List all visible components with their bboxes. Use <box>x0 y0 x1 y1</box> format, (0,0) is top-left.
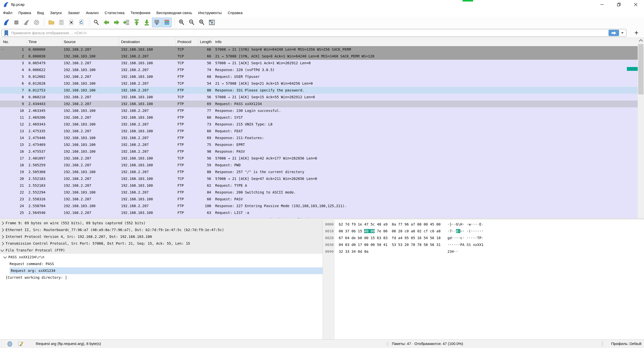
packet-row[interactable]: 60.012628192.168.103.100192.168.2.207TCP… <box>0 80 638 87</box>
chevron-right-icon[interactable] <box>1 221 4 225</box>
column-header-destination[interactable]: Destination <box>119 38 176 46</box>
packet-row[interactable]: 122.469343192.168.103.100192.168.2.207FT… <box>0 121 638 128</box>
hex-bytes[interactable]: 67 64 de b0 00 15 63 83 fd a4 95 05 16 5… <box>339 235 441 241</box>
packet-row[interactable]: 232.558316192.168.2.207192.168.103.100FT… <box>0 196 638 203</box>
display-filter-input[interactable] <box>11 30 609 35</box>
packet-row[interactable]: 40.006622192.168.103.100192.168.2.207FTP… <box>0 67 638 73</box>
column-header-time[interactable]: Time <box>26 38 62 46</box>
packet-row[interactable]: 112.469206192.168.2.207192.168.103.100FT… <box>0 114 638 121</box>
restore-button[interactable] <box>610 0 627 9</box>
packet-row[interactable]: 172.481097192.168.2.207192.168.103.100TC… <box>0 155 638 162</box>
hex-bytes[interactable]: b2 7d f9 1e 47 5c 48 a9 8a 77 96 a7 08 0… <box>339 221 441 228</box>
chevron-down-icon[interactable] <box>3 255 7 258</box>
detail-row[interactable]: Request arg: xxXX1234 <box>0 267 323 274</box>
hex-ascii[interactable]: ·7··@·~· ·(······ <box>447 228 483 235</box>
column-header-info[interactable]: Info <box>213 38 638 46</box>
packet-row[interactable]: 162.475537192.168.103.100192.168.2.207FT… <box>0 148 638 155</box>
close-button[interactable] <box>627 0 644 9</box>
column-header-source[interactable]: Source <box>62 38 119 46</box>
hex-ascii[interactable]: gd····c· ·····TP· <box>447 235 483 241</box>
status-profile[interactable]: Профиль: Default <box>611 340 641 348</box>
packet-row[interactable]: 202.552183192.168.2.207192.168.103.100TC… <box>0 175 638 182</box>
chevron-right-icon[interactable] <box>1 242 4 245</box>
menu-item-tools[interactable]: Инструменты <box>195 9 225 17</box>
zoom-out-icon[interactable] <box>187 18 197 27</box>
detail-row[interactable]: Request command: PASS <box>0 261 323 267</box>
menu-item-capture[interactable]: Захват <box>65 9 83 17</box>
chevron-right-icon[interactable] <box>1 235 4 238</box>
zoom-reset-icon[interactable] <box>197 18 207 27</box>
hex-ascii[interactable]: ·}··G\H· ·w····E· <box>447 221 483 228</box>
reload-file-icon[interactable] <box>77 18 86 27</box>
menu-item-edit[interactable]: Правка <box>15 9 34 17</box>
apply-filter-button[interactable] <box>609 30 619 36</box>
hex-row[interactable]: 002067 64 de b0 00 15 63 83 fd a4 95 05 … <box>323 235 644 241</box>
packet-row[interactable]: 10.000000192.168.2.207192.168.103.100TCP… <box>0 46 638 53</box>
packet-row[interactable]: 242.558704192.168.103.100192.168.2.207FT… <box>0 203 638 209</box>
chevron-right-icon[interactable] <box>1 228 4 232</box>
restart-capture-icon[interactable] <box>22 18 31 27</box>
packet-row[interactable]: 212.552183192.168.2.207192.168.103.100FT… <box>0 182 638 189</box>
packet-row[interactable]: 132.475335192.168.2.207192.168.103.100FT… <box>0 128 638 135</box>
open-file-icon[interactable] <box>47 18 56 27</box>
hex-row[interactable]: 004032 33 34 0d 0a234·· <box>323 248 644 255</box>
scrollbar-thumb[interactable] <box>638 44 643 94</box>
detail-row[interactable]: PASS xxXX1234\r\n <box>0 254 323 261</box>
start-capture-icon[interactable] <box>2 18 11 27</box>
hex-bytes[interactable]: 32 33 34 0d 0a <box>339 248 441 255</box>
detail-row[interactable]: Transmission Control Protocol, Src Port:… <box>0 240 323 247</box>
packet-row[interactable]: 20.000030192.168.103.100192.168.2.207TCP… <box>0 53 638 60</box>
hex-ascii[interactable]: 234·· <box>447 248 458 255</box>
packet-row[interactable]: 50.012602192.168.2.207192.168.103.100FTP… <box>0 73 638 80</box>
close-file-icon[interactable] <box>67 18 76 27</box>
expert-info-icon[interactable] <box>7 341 13 347</box>
column-header-no[interactable]: No. <box>0 38 26 46</box>
hex-row[interactable]: 001000 37 0b 15 40 00 7e 06 06 28 c0 a8 … <box>323 228 644 235</box>
capture-comment-icon[interactable] <box>18 341 24 347</box>
menu-item-telephony[interactable]: Телефония <box>128 9 154 17</box>
colorize-icon[interactable] <box>162 18 172 27</box>
packet-row[interactable]: 70.012753192.168.103.100192.168.2.207FTP… <box>0 87 638 94</box>
detail-row[interactable]: Frame 9: 69 bytes on wire (552 bits), 69… <box>0 220 323 227</box>
packet-row[interactable]: 252.564540192.168.2.207192.168.103.100FT… <box>0 209 638 216</box>
resize-columns-icon[interactable] <box>207 18 217 27</box>
column-header-length[interactable]: Length <box>199 38 213 46</box>
go-first-icon[interactable] <box>132 18 141 27</box>
detail-row[interactable]: [Current working directory: ] <box>0 274 323 281</box>
hex-bytes[interactable]: 00 37 0b 15 40 00 7e 06 06 28 c0 a8 02 c… <box>339 228 441 235</box>
menu-item-view[interactable]: Вид <box>34 9 47 17</box>
packet-row[interactable]: 30.005479192.168.2.207192.168.103.100TCP… <box>0 60 638 67</box>
hex-ascii[interactable]: ······PA SS xxXX1 <box>447 241 483 248</box>
menu-item-statistics[interactable]: Статистика <box>102 9 128 17</box>
detail-row[interactable]: Internet Protocol Version 4, Src: 192.16… <box>0 233 323 240</box>
go-to-packet-icon[interactable] <box>122 18 131 27</box>
packet-row[interactable]: 92.434443192.168.2.207192.168.103.100FTP… <box>0 101 638 107</box>
scroll-up-icon[interactable] <box>639 39 643 43</box>
go-back-icon[interactable] <box>102 18 111 27</box>
packet-row[interactable]: 222.552294192.168.103.100192.168.2.207FT… <box>0 189 638 196</box>
hex-bytes[interactable]: 04 03 d0 17 00 00 50 41 53 53 20 78 78 5… <box>339 241 441 248</box>
menu-item-go[interactable]: Запуск <box>47 9 65 17</box>
capture-options-icon[interactable] <box>32 18 41 27</box>
add-filter-button[interactable]: + <box>634 28 638 38</box>
column-header-protocol[interactable]: Protocol <box>176 38 199 46</box>
chevron-down-icon[interactable] <box>1 248 4 251</box>
packet-row[interactable]: 102.463345192.168.103.100192.168.2.207FT… <box>0 107 638 114</box>
packet-row[interactable]: 182.505259192.168.2.207192.168.103.100FT… <box>0 162 638 169</box>
menu-item-file[interactable]: Файл <box>0 9 15 17</box>
packet-row[interactable]: 152.475469192.168.103.100192.168.2.207FT… <box>0 141 638 148</box>
packet-row[interactable]: 262.570045192.168.103.100192.168.2.207FT… <box>0 216 638 218</box>
detail-row[interactable]: File Transfer Protocol (FTP) <box>0 247 323 254</box>
packet-row[interactable]: 80.060210192.168.2.207192.168.103.100TCP… <box>0 94 638 101</box>
minimize-button[interactable] <box>593 0 610 9</box>
menu-item-help[interactable]: Справка <box>225 9 246 17</box>
go-last-icon[interactable] <box>142 18 151 27</box>
menu-item-analyze[interactable]: Анализ <box>83 9 102 17</box>
go-forward-icon[interactable] <box>112 18 121 27</box>
hex-row[interactable]: 0000b2 7d f9 1e 47 5c 48 a9 8a 77 96 a7 … <box>323 221 644 228</box>
menu-item-wireless[interactable]: Беспроводная связь <box>153 9 195 17</box>
zoom-in-icon[interactable] <box>177 18 186 27</box>
display-filter-box[interactable] <box>2 29 626 37</box>
packet-row[interactable]: 192.505368192.168.103.100192.168.2.207FT… <box>0 169 638 175</box>
filter-dropdown-caret[interactable] <box>621 32 624 34</box>
